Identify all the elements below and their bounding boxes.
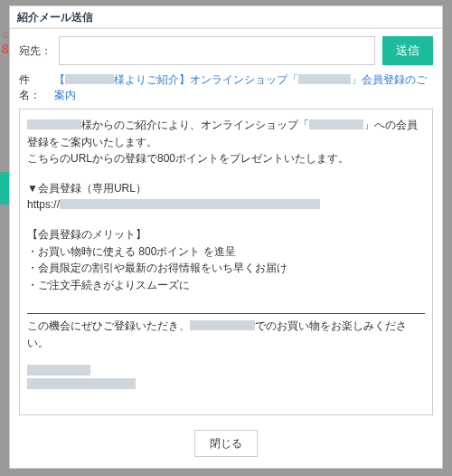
redacted-signature-1 — [27, 365, 90, 376]
redacted-shop-2 — [309, 119, 363, 129]
to-label: 宛先： — [19, 43, 52, 59]
body-line2: こちらのURLからの登録で800ポイントをプレゼントいたします。 — [27, 150, 425, 167]
body-rule — [27, 313, 425, 314]
invite-mail-modal: 紹介メール送信 宛先： 送信 件名： 【様よりご紹介】オンラインショップ「」会員… — [9, 5, 443, 469]
close-button[interactable]: 閉じる — [194, 430, 258, 457]
url-prefix: https:// — [27, 198, 60, 211]
mail-body: 様からのご紹介により、オンラインショップ「」への会員登録をご案内いたします。 こ… — [19, 109, 433, 415]
modal-header: 紹介メール送信 — [10, 6, 442, 28]
redacted-url — [60, 199, 320, 209]
merit-2: ・会員限定の割引や最新のお得情報をいち早くお届け — [27, 260, 425, 277]
modal-title: 紹介メール送信 — [17, 10, 435, 25]
merit-3: ・ご注文手続きがよりスムーズに — [27, 277, 425, 294]
subject-value: 【様よりご紹介】オンラインショップ「」会員登録のご案内 — [54, 72, 433, 103]
to-row: 宛先： 送信 — [10, 29, 442, 71]
redacted-signature-2 — [27, 378, 136, 389]
to-input[interactable] — [59, 36, 375, 65]
subject-row: 件名： 【様よりご紹介】オンラインショップ「」会員登録のご案内 — [10, 71, 442, 109]
subject-label: 件名： — [19, 72, 51, 103]
send-button[interactable]: 送信 — [382, 36, 433, 65]
merit-1: ・お買い物時に使える 800ポイント を進呈 — [27, 243, 425, 261]
redacted-name — [65, 74, 114, 84]
subject-prefix: 【 — [54, 73, 65, 86]
body-section-title: ▼会員登録（専用URL） — [27, 180, 425, 197]
redacted-name-2 — [27, 119, 81, 129]
redacted-shop — [298, 74, 351, 84]
closing-a: この機会にぜひご登録いただき、 — [27, 319, 190, 332]
subject-mid1: 様よりご紹介】オンラインショップ「 — [114, 73, 298, 86]
modal-footer: 閉じる — [10, 421, 442, 468]
page-backdrop: ○ 8( 紹介メール送信 宛先： 送信 件名： 【様よりご紹介】オンラインショッ… — [0, 0, 452, 476]
redacted-shop-3 — [190, 320, 255, 330]
merit-title: 【会員登録のメリット】 — [27, 226, 425, 243]
body-line1a: 様からのご紹介により、オンラインショップ「 — [81, 119, 309, 131]
